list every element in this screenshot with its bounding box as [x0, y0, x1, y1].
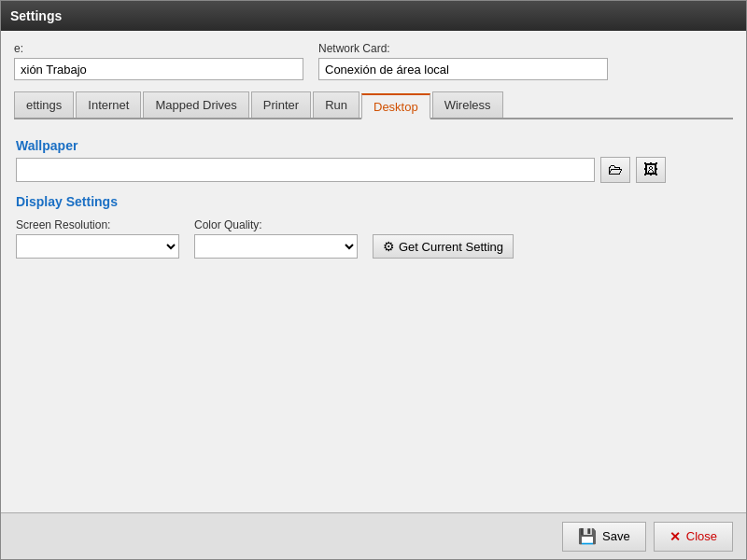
tab-internet[interactable]: Internet [76, 91, 141, 118]
folder-icon: 🗁 [608, 161, 623, 178]
display-settings-section: Display Settings Screen Resolution: Colo… [16, 194, 731, 259]
tab-mapped-drives-label: Mapped Drives [155, 98, 236, 112]
tab-printer[interactable]: Printer [251, 91, 311, 118]
close-x-icon: ✕ [669, 529, 681, 544]
close-button[interactable]: ✕ Close [654, 522, 733, 552]
tab-settings-label: ettings [26, 98, 62, 112]
file-icon: 🖼 [643, 161, 658, 178]
name-group: e: [14, 42, 303, 80]
close-label: Close [686, 529, 717, 543]
network-group: Network Card: [318, 42, 608, 80]
browse-folder-button[interactable]: 🗁 [600, 157, 630, 183]
save-icon: 💾 [578, 527, 597, 545]
title-bar: Settings [1, 1, 746, 31]
save-button[interactable]: 💾 Save [562, 522, 646, 552]
tab-run-label: Run [325, 98, 347, 112]
wallpaper-section: Wallpaper 🗁 🖼 [16, 138, 731, 183]
resolution-select[interactable] [17, 235, 178, 258]
color-quality-select-wrapper [194, 234, 358, 259]
tab-mapped-drives[interactable]: Mapped Drives [143, 91, 248, 118]
tab-desktop[interactable]: Desktop [361, 93, 430, 119]
resolution-select-wrapper [16, 234, 179, 259]
display-settings-title: Display Settings [16, 194, 731, 209]
network-label: Network Card: [318, 42, 608, 55]
wallpaper-title: Wallpaper [16, 138, 731, 153]
name-input[interactable] [14, 58, 303, 80]
tab-wireless[interactable]: Wireless [432, 91, 503, 118]
color-quality-group: Color Quality: [194, 218, 358, 259]
form-fields-row: e: Network Card: [14, 42, 733, 80]
desktop-tab-content: Wallpaper 🗁 🖼 Display Settings Screen R [14, 127, 733, 501]
tabs-container: ettings Internet Mapped Drives Printer R… [14, 91, 733, 119]
tab-wireless-label: Wireless [444, 98, 491, 112]
tab-run[interactable]: Run [313, 91, 359, 118]
tab-internet-label: Internet [88, 98, 129, 112]
bottom-bar: 💾 Save ✕ Close [1, 512, 746, 559]
color-quality-select[interactable] [195, 235, 357, 258]
get-current-settings-button[interactable]: ⚙ Get Current Setting [373, 234, 514, 259]
save-label: Save [602, 529, 630, 543]
window-content: e: Network Card: ettings Internet Mapped… [1, 31, 746, 512]
display-row: Screen Resolution: Color Quality: [16, 218, 731, 259]
name-label: e: [14, 42, 303, 55]
resolution-group: Screen Resolution: [16, 218, 179, 259]
wallpaper-input[interactable] [16, 158, 595, 182]
wallpaper-row: 🗁 🖼 [16, 157, 731, 183]
network-input[interactable] [318, 58, 608, 80]
color-quality-label: Color Quality: [194, 218, 358, 231]
gear-icon: ⚙ [383, 239, 395, 254]
tab-printer-label: Printer [263, 98, 299, 112]
tab-desktop-label: Desktop [374, 100, 418, 114]
window-title: Settings [10, 8, 62, 23]
browse-file-button[interactable]: 🖼 [636, 157, 666, 183]
resolution-label: Screen Resolution: [16, 218, 179, 231]
settings-window: Settings e: Network Card: ettings Intern… [0, 0, 747, 560]
get-settings-label: Get Current Setting [399, 240, 503, 254]
tab-settings[interactable]: ettings [14, 91, 74, 118]
